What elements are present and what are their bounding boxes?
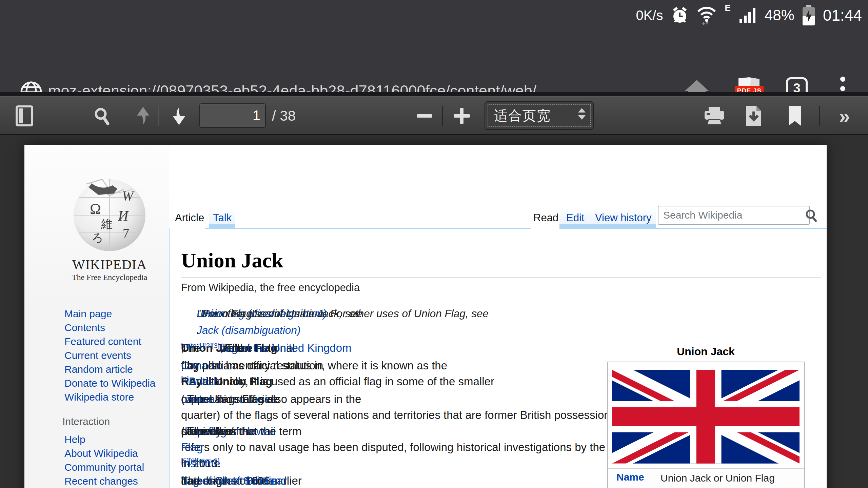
zoom-out-button[interactable] (414, 97, 435, 135)
pdfjs-toolbar: / 38 适合页宽 (0, 96, 868, 135)
pdf-page: Article Talk Read Edit View history (24, 145, 827, 488)
print-button[interactable] (703, 97, 726, 135)
toolbar-divider (0, 92, 868, 96)
network-type-indicator: E (725, 3, 730, 13)
svg-text:Ω: Ω (90, 201, 101, 217)
infobox-title: Union Jack (607, 345, 805, 358)
tab-view-history[interactable]: View history (595, 212, 652, 224)
toolbar-separator (819, 106, 820, 126)
sidebar-item-contents[interactable]: Contents (64, 322, 105, 333)
tab-article[interactable]: Article (175, 212, 204, 224)
sidebar-item-recent-changes[interactable]: Recent changes (64, 475, 138, 487)
page-number-input[interactable] (199, 103, 266, 128)
sidebar-item-community-portal[interactable]: Community portal (64, 462, 144, 473)
sidebar-item-help[interactable]: Help (64, 434, 85, 445)
wikipedia-wordmark: WIKIPEDIA (24, 257, 195, 272)
toolbar-separator (442, 106, 443, 126)
page-count-label: / 38 (272, 97, 296, 135)
download-button[interactable] (742, 97, 766, 135)
svg-text:W: W (122, 188, 135, 203)
android-screen: 0K/s E (0, 0, 868, 488)
infobox: Name Union Jack or Union Flag Royal Unio… (607, 362, 805, 488)
battery-percent: 48% (765, 7, 794, 24)
browser-url-bar: moz-extension://08970353-eb52-4eda-bb28-… (0, 30, 868, 92)
svg-text:И: И (118, 208, 129, 224)
page-up-button[interactable] (132, 97, 154, 135)
network-speed: 0K/s (636, 8, 663, 23)
tabs-right-underline (559, 224, 656, 229)
tab-talk-underline (209, 224, 235, 229)
select-spinner-icon (578, 108, 586, 120)
tab-read[interactable]: Read (533, 212, 558, 224)
title-rule (181, 278, 821, 278)
zoom-level-select[interactable]: 适合页宽 (485, 101, 594, 130)
sidebar-item-donate[interactable]: Donate to Wikipedia (64, 378, 155, 389)
signal-strength-icon (739, 7, 756, 24)
svg-text:維: 維 (101, 218, 113, 230)
find-button[interactable] (91, 97, 113, 135)
wiki-search-box[interactable] (658, 206, 810, 225)
sidebar-item-featured-content[interactable]: Featured content (64, 336, 141, 347)
toolbar-separator (158, 106, 159, 126)
more-tools-button[interactable]: » (830, 97, 857, 135)
sidebar-item-wikipedia-store[interactable]: Wikipedia store (64, 391, 134, 403)
alarm-icon (671, 6, 689, 25)
lead-paragraph: The Union Jack,[note 1][2][3] or Union F… (181, 340, 220, 473)
content-top-border (169, 228, 827, 229)
wikipedia-tagline: The Free Encyclopedia (24, 273, 195, 282)
infobox-name-label[interactable]: Name (616, 471, 644, 483)
infobox-image-cell (608, 362, 804, 469)
tab-edit[interactable]: Edit (566, 212, 584, 224)
sidebar-heading-interaction: Interaction (62, 416, 110, 427)
status-bar: 0K/s E (0, 0, 868, 30)
article-title: Union Jack (181, 248, 283, 272)
sidebar-toggle-button[interactable] (14, 97, 35, 135)
page-down-button[interactable] (168, 97, 190, 135)
wiki-search-input[interactable] (663, 207, 789, 223)
pdf-viewer-area[interactable]: Article Talk Read Edit View history (0, 135, 868, 488)
sidebar-item-current-events[interactable]: Current events (64, 350, 131, 361)
svg-text:ろ: ろ (92, 231, 103, 244)
zoom-in-button[interactable] (452, 97, 472, 135)
clock-time: 01:44 (823, 6, 862, 24)
bookmark-button[interactable] (784, 97, 806, 135)
sidebar-item-about-wikipedia[interactable]: About Wikipedia (64, 448, 138, 459)
tab-talk[interactable]: Talk (213, 212, 232, 224)
wifi-icon (697, 5, 716, 25)
battery-charging-icon (803, 5, 815, 25)
zoom-level-value: 适合页宽 (494, 102, 551, 129)
article-subtitle: From Wikipedia, the free encyclopedia (181, 282, 360, 294)
sidebar-item-random-article[interactable]: Random article (64, 364, 133, 375)
svg-text:7: 7 (123, 226, 129, 240)
sidebar-item-main-page[interactable]: Main page (64, 308, 112, 320)
